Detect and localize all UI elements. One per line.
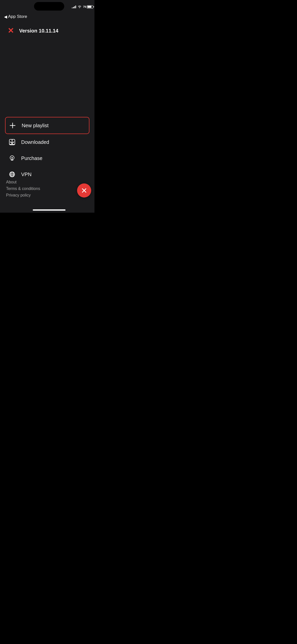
downloaded-item[interactable]: Downloaded bbox=[5, 134, 89, 150]
signal-bar-3 bbox=[74, 6, 75, 8]
signal-bar-4 bbox=[75, 6, 76, 8]
status-right: 79 bbox=[72, 5, 93, 9]
downloaded-label: Downloaded bbox=[21, 139, 49, 145]
battery-fill bbox=[87, 6, 92, 8]
svg-point-7 bbox=[12, 157, 13, 158]
close-button[interactable] bbox=[77, 183, 91, 198]
battery-icon bbox=[87, 5, 93, 9]
purchase-icon bbox=[8, 154, 16, 162]
signal-bars-icon bbox=[72, 5, 76, 8]
dynamic-island bbox=[34, 2, 64, 11]
purchase-item[interactable]: Purchase bbox=[5, 150, 89, 166]
battery-percent: 79 bbox=[83, 5, 86, 8]
menu-section: New playlist Downloaded bbox=[0, 117, 94, 182]
app-version-label: Version 10.11.14 bbox=[19, 28, 58, 34]
svg-text:✕: ✕ bbox=[8, 26, 14, 35]
sidebar: ✕ Version 10.11.14 New playlist bbox=[0, 0, 94, 213]
status-bar: 79 bbox=[0, 0, 98, 11]
plus-icon bbox=[9, 121, 17, 130]
privacy-link[interactable]: Privacy policy bbox=[6, 193, 88, 198]
download-icon bbox=[8, 138, 16, 146]
app-store-nav[interactable]: ◀ App Store bbox=[0, 11, 98, 22]
vpn-label: VPN bbox=[21, 172, 31, 177]
globe-icon bbox=[8, 170, 16, 178]
wifi-icon bbox=[78, 5, 82, 9]
main-content bbox=[94, 0, 98, 213]
home-indicator bbox=[33, 209, 65, 211]
back-arrow-icon: ◀ bbox=[4, 14, 7, 19]
purchase-label: Purchase bbox=[21, 155, 43, 161]
app-store-label: App Store bbox=[8, 14, 27, 19]
signal-bar-1 bbox=[72, 8, 73, 8]
app-logo-icon: ✕ bbox=[5, 25, 16, 36]
signal-bar-2 bbox=[73, 7, 74, 8]
battery-container: 79 bbox=[83, 5, 93, 9]
new-playlist-label: New playlist bbox=[22, 123, 49, 128]
terms-link[interactable]: Terms & conditions bbox=[6, 186, 88, 191]
new-playlist-item[interactable]: New playlist bbox=[5, 117, 89, 134]
about-link[interactable]: About bbox=[6, 180, 88, 184]
